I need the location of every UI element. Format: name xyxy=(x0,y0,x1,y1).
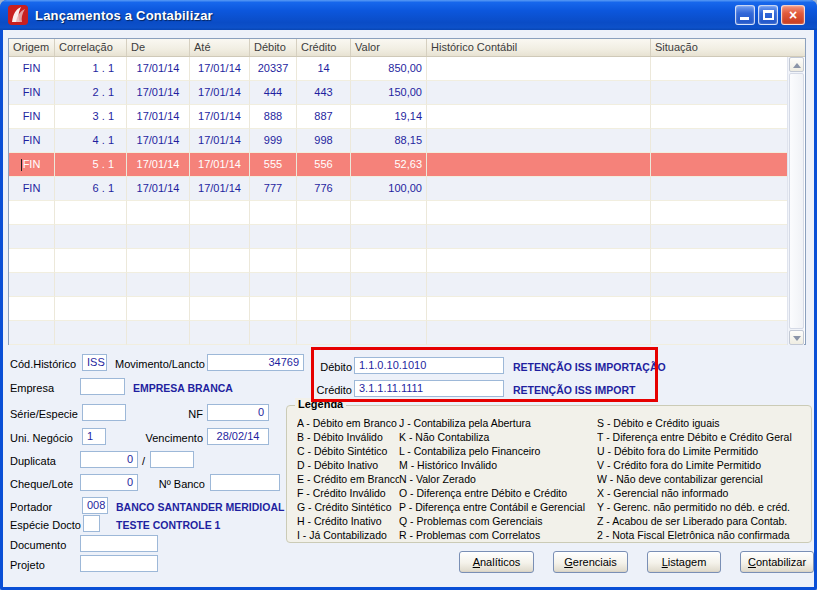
cell-correlacao: 4 . 1 xyxy=(55,129,127,153)
column-header-situacao[interactable]: Situação xyxy=(651,39,805,56)
cell-ate: 17/01/14 xyxy=(190,153,250,177)
cell-correlacao: 5 . 1 xyxy=(55,153,127,177)
legend-item: T - Diferença entre Débito e Crédito Ger… xyxy=(597,430,811,444)
listagem-button[interactable]: Listagem xyxy=(647,551,721,573)
cell-situacao xyxy=(651,129,788,153)
title-bar[interactable]: Lançamentos a Contabilizar × xyxy=(0,0,817,30)
cell-credito: 14 xyxy=(297,57,351,81)
cell-historico xyxy=(427,57,651,81)
cell-de: 17/01/14 xyxy=(127,81,190,105)
legend-item: D - Débito Inativo xyxy=(297,458,399,472)
cheque-lote-label: Cheque/Lote xyxy=(10,478,73,490)
legend-item: W - Não deve contabilizar gerencial xyxy=(597,472,811,486)
column-header-debito[interactable]: Débito xyxy=(250,39,297,56)
column-header-credito[interactable]: Crédito xyxy=(297,39,351,56)
movimento-lancto-field[interactable]: 34769 xyxy=(207,354,304,371)
uni-negocio-field[interactable]: 1 xyxy=(82,428,106,445)
documento-field[interactable] xyxy=(80,535,158,552)
cell-debito: 444 xyxy=(250,81,297,105)
close-button[interactable]: × xyxy=(781,5,805,25)
empty-row xyxy=(9,273,788,297)
legend-item: P - Diferença entre Contábil e Gerencial xyxy=(399,500,599,514)
table-row[interactable]: FIN3 . 117/01/1417/01/1488888719,14 xyxy=(9,105,788,129)
scrollbar-thumb[interactable] xyxy=(789,73,804,329)
legend-item: R - Problemas com Correlatos xyxy=(399,528,599,542)
legend-item: G - Crédito Sintético xyxy=(297,500,399,514)
vencimento-label: Vencimento xyxy=(115,432,203,444)
portador-label: Portador xyxy=(10,501,52,513)
vertical-scrollbar[interactable] xyxy=(787,57,804,345)
legend-item: E - Crédito em Branco xyxy=(297,472,399,486)
empty-row xyxy=(9,201,788,225)
column-header-origem[interactable]: Origem xyxy=(9,39,55,56)
empty-row xyxy=(9,321,788,345)
column-header-ate[interactable]: Até xyxy=(190,39,250,56)
cell-valor: 850,00 xyxy=(351,57,427,81)
scroll-down-button[interactable] xyxy=(789,330,804,345)
legend-column-3: S - Débito e Crédito iguaisT - Diferença… xyxy=(597,416,811,542)
debito-field[interactable]: 1.1.0.10.1010 xyxy=(354,357,504,374)
table-row-selected[interactable]: FIN5 . 117/01/1417/01/1455555652,63 xyxy=(9,153,788,177)
chevron-up-icon xyxy=(793,63,801,68)
gerenciais-button[interactable]: Gerenciais xyxy=(553,551,628,573)
empty-row xyxy=(9,249,788,273)
legend-item: L - Contabiliza pelo Financeiro xyxy=(399,444,599,458)
grid-header-row: Origem Correlação De Até Débito Crédito … xyxy=(9,39,805,57)
table-row[interactable]: FIN1 . 117/01/1417/01/142033714850,00 xyxy=(9,57,788,81)
empresa-field[interactable] xyxy=(80,378,125,395)
column-header-de[interactable]: De xyxy=(127,39,190,56)
cell-origem: FIN xyxy=(9,105,55,129)
legend-item: 2 - Nota Fiscal Eletrônica não confirmad… xyxy=(597,528,811,542)
legend-item: Z - Acabou de ser Liberado para Contab. xyxy=(597,514,811,528)
duplicata-field-2[interactable] xyxy=(150,451,194,468)
text-caret xyxy=(21,159,22,171)
portador-field[interactable]: 008 xyxy=(82,497,108,514)
column-header-historico[interactable]: Histórico Contábil xyxy=(427,39,651,56)
legend-item: B - Débito Inválido xyxy=(297,430,399,444)
cell-situacao xyxy=(651,81,788,105)
minimize-button[interactable] xyxy=(735,5,755,25)
cell-historico xyxy=(427,177,651,201)
debito-descricao: RETENÇÃO ISS IMPORTAÇÃO xyxy=(513,361,666,373)
grid-body: FIN1 . 117/01/1417/01/142033714850,00 FI… xyxy=(9,57,788,345)
projeto-field[interactable] xyxy=(80,555,158,572)
legend-item: A - Débito em Branco xyxy=(297,416,399,430)
nf-field[interactable]: 0 xyxy=(207,404,269,421)
especie-docto-field[interactable] xyxy=(83,515,100,532)
documento-label: Documento xyxy=(10,539,66,551)
especie-docto-label: Espécie Docto xyxy=(10,519,81,531)
legend-item: J - Contabiliza pela Abertura xyxy=(399,416,599,430)
cell-de: 17/01/14 xyxy=(127,57,190,81)
cell-origem: FIN xyxy=(9,153,55,177)
table-row[interactable]: FIN4 . 117/01/1417/01/1499999888,15 xyxy=(9,129,788,153)
movimento-lancto-label: Movimento/Lancto xyxy=(115,358,205,370)
num-banco-field[interactable] xyxy=(210,474,280,491)
table-row[interactable]: FIN2 . 117/01/1417/01/14444443150,00 xyxy=(9,81,788,105)
cell-origem: FIN xyxy=(9,177,55,201)
scroll-up-button[interactable] xyxy=(789,57,804,72)
cell-credito: 776 xyxy=(297,177,351,201)
empresa-descricao: EMPRESA BRANCA xyxy=(133,382,233,394)
vencimento-field[interactable]: 28/02/14 xyxy=(207,428,269,445)
contabilizar-button[interactable]: Contabilizar xyxy=(740,551,814,573)
table-row[interactable]: FIN6 . 117/01/1417/01/14777776100,00 xyxy=(9,177,788,201)
credito-label: Crédito xyxy=(312,384,352,396)
column-header-correlacao[interactable]: Correlação xyxy=(55,39,127,56)
cell-de: 17/01/14 xyxy=(127,177,190,201)
cell-origem: FIN xyxy=(9,129,55,153)
minimize-icon xyxy=(740,17,749,20)
legend-item: K - Não Contabiliza xyxy=(399,430,599,444)
empresa-label: Empresa xyxy=(10,382,54,394)
duplicata-field[interactable]: 0 xyxy=(80,451,138,468)
cell-valor: 52,63 xyxy=(351,153,427,177)
cell-correlacao: 2 . 1 xyxy=(55,81,127,105)
cell-origem: FIN xyxy=(9,81,55,105)
maximize-button[interactable] xyxy=(758,5,778,25)
credito-field[interactable]: 3.1.1.11.1111 xyxy=(354,380,504,397)
legend-item: U - Débito fora do Limite Permitido xyxy=(597,444,811,458)
column-header-valor[interactable]: Valor xyxy=(351,39,427,56)
cod-historico-field[interactable]: ISS xyxy=(82,354,107,371)
analiticos-button[interactable]: Analíticos xyxy=(459,551,534,573)
credito-descricao: RETENÇÃO ISS IMPORT xyxy=(513,384,636,396)
app-window: Lançamentos a Contabilizar × Origem Corr… xyxy=(0,0,817,590)
